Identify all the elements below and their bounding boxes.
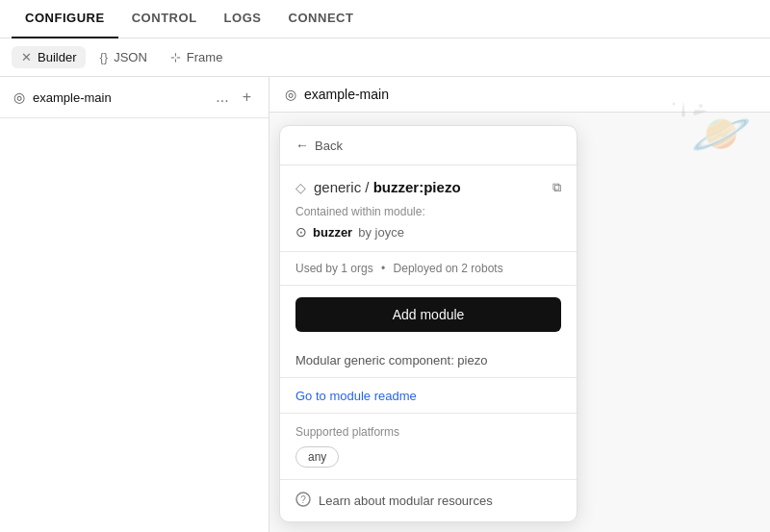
subnav-builder-label: Builder xyxy=(38,50,76,64)
popup-title-text: generic / buzzer:piezo xyxy=(314,179,461,195)
stats-robots: Deployed on 2 robots xyxy=(394,262,503,275)
contained-label: Contained within module: xyxy=(295,205,561,218)
back-arrow-icon: ← xyxy=(295,138,309,153)
learn-icon: ? xyxy=(295,492,311,510)
stats-separator: • xyxy=(381,262,385,275)
nav-connect[interactable]: CONNECT xyxy=(275,0,368,38)
subnav-builder[interactable]: ✕ Builder xyxy=(12,46,86,68)
sidebar: ◎ example-main ... + xyxy=(0,77,270,532)
stats-orgs: Used by 1 orgs xyxy=(295,262,373,275)
generic-icon: ◇ xyxy=(295,180,306,195)
popup-contained-section: Contained within module: ⊙ buzzer by joy… xyxy=(280,205,577,252)
module-name: buzzer xyxy=(313,225,352,240)
nav-control[interactable]: CONTROL xyxy=(118,0,211,38)
popup-title-bold: buzzer:piezo xyxy=(373,179,461,195)
learn-label: Learn about modular resources xyxy=(319,494,493,508)
sidebar-header: ◎ example-main ... + xyxy=(0,77,269,118)
external-link-icon[interactable]: ⧉ xyxy=(552,180,561,195)
sidebar-ellipsis-button[interactable]: ... xyxy=(212,87,232,108)
main-layout: ◎ example-main ... + ◎ example-main 🪐 xyxy=(0,77,770,532)
sidebar-machine-name: example-main xyxy=(33,90,112,105)
readme-link[interactable]: Go to module readme xyxy=(295,389,417,403)
module-author: by joyce xyxy=(358,225,404,240)
top-navigation: CONFIGURE CONTROL LOGS CONNECT xyxy=(0,0,770,38)
add-module-button[interactable]: Add module xyxy=(295,297,561,332)
popup-module-ref: ⊙ buzzer by joyce xyxy=(295,224,561,240)
popup-title: ◇ generic / buzzer:piezo xyxy=(295,179,461,195)
content-machine-icon: ◎ xyxy=(285,87,296,102)
module-ref-icon: ⊙ xyxy=(295,224,307,240)
sidebar-add-button[interactable]: + xyxy=(239,87,255,108)
sub-navigation: ✕ Builder {} JSON ⊹ Frame xyxy=(0,38,770,77)
platform-badge: any xyxy=(295,446,339,468)
subnav-frame-label: Frame xyxy=(187,50,223,64)
subnav-json[interactable]: {} JSON xyxy=(90,46,156,68)
machine-icon: ◎ xyxy=(13,89,25,105)
content-machine-name: example-main xyxy=(304,87,389,102)
module-detail-popup: ← Back ◇ generic / buzzer:piezo ⧉ Contai… xyxy=(279,125,578,522)
popup-description: Modular generic component: piezo xyxy=(280,343,577,378)
platforms-label: Supported platforms xyxy=(295,425,561,439)
subnav-frame[interactable]: ⊹ Frame xyxy=(161,46,233,68)
svg-text:?: ? xyxy=(300,494,306,505)
subnav-json-label: JSON xyxy=(114,50,147,64)
sidebar-actions: ... + xyxy=(212,87,255,108)
learn-modular-resources[interactable]: ? Learn about modular resources xyxy=(280,480,577,521)
popup-stats: Used by 1 orgs • Deployed on 2 robots xyxy=(280,252,577,286)
json-icon: {} xyxy=(99,50,108,64)
builder-icon: ✕ xyxy=(21,50,32,64)
popup-back-button[interactable]: ← Back xyxy=(280,126,577,165)
nav-configure[interactable]: CONFIGURE xyxy=(12,0,118,38)
svg-point-1 xyxy=(673,103,676,106)
popup-back-label: Back xyxy=(315,139,343,153)
frame-icon: ⊹ xyxy=(170,50,181,64)
popup-title-row: ◇ generic / buzzer:piezo ⧉ xyxy=(280,165,577,205)
sidebar-machine-title: ◎ example-main xyxy=(13,89,112,105)
nav-logs[interactable]: LOGS xyxy=(211,0,275,38)
popup-platforms-section: Supported platforms any xyxy=(280,414,577,480)
popup-readme-section: Go to module readme xyxy=(280,378,577,414)
content-area: ◎ example-main 🪐 This machine i you add … xyxy=(270,77,770,532)
planet-decoration: 🪐 xyxy=(691,106,751,162)
